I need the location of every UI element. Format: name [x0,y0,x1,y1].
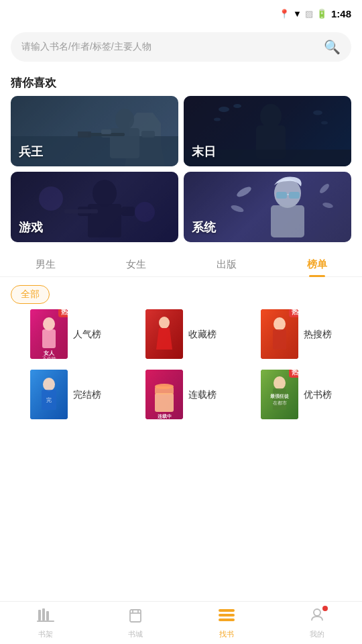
tab-female[interactable]: 女生 [113,253,160,276]
rank-inner-collect: 收藏榜 [145,309,217,359]
svg-point-12 [219,107,229,112]
rank-title-popular: 人气榜 [73,328,101,340]
nav-store[interactable]: 书城 [127,607,143,639]
svg-rect-63 [273,388,286,410]
main-content: 请输入书名/作者/标签/主要人物 🔍 猜你喜欢 [0,27,362,477]
rank-item-hotsearch[interactable]: 热 热搜榜 [241,309,351,359]
nav-find[interactable]: 找书 [217,607,236,639]
nav-shelf-label: 书架 [38,629,53,639]
svg-text:最强狂徒: 最强狂徒 [270,393,289,399]
svg-rect-48 [273,329,286,350]
svg-point-14 [214,118,221,121]
tabs: 男生 女生 出版 榜单 [0,248,362,277]
rank-item-finish[interactable]: 完 完结榜 [11,370,121,419]
rank-inner-good: 热 最强狂徒 在都市 [261,370,332,419]
rank-title-finish: 完结榜 [73,388,101,400]
store-icon [127,607,143,627]
rank-title-collect: 收藏榜 [188,328,217,340]
rank-item-popular[interactable]: 热 女人 不作晚 [11,309,121,359]
category-grid: 兵王 末日 [0,96,362,248]
svg-text:连载中: 连载中 [158,413,172,419]
wifi-icon: ▼ [293,9,302,19]
hot-badge-good: 热 [289,370,298,378]
tab-publish[interactable]: 出版 [203,253,250,276]
rank-item-serial[interactable]: 连载中 连载榜 [126,370,236,419]
rank-cover-finish: 完 [30,370,68,419]
svg-point-10 [260,104,282,128]
search-icon[interactable]: 🔍 [324,39,341,55]
nav-mine-badge [322,606,328,611]
svg-rect-29 [289,192,300,199]
svg-rect-75 [219,614,235,616]
svg-rect-8 [101,129,111,134]
recommend-section-title: 猜你喜欢 [0,67,362,96]
svg-rect-22 [121,207,135,216]
svg-rect-5 [141,131,155,138]
filter-all-button[interactable]: 全部 [11,285,50,304]
svg-point-2 [115,109,134,130]
rank-cover-serial: 连载中 [145,370,183,419]
bottom-nav: 书架 书城 找书 [0,601,362,644]
svg-point-51 [43,378,55,391]
rank-cover-good: 热 最强狂徒 在都市 [261,370,298,419]
tab-male[interactable]: 男生 [22,253,69,276]
svg-rect-67 [42,608,45,621]
svg-point-44 [159,317,170,329]
rank-title-good: 优书榜 [304,388,332,400]
rank-title-hotsearch: 热搜榜 [304,328,332,340]
category-label-youxi: 游戏 [19,219,43,235]
rank-inner-finish: 完 完结榜 [30,370,101,419]
rank-item-good[interactable]: 热 最强狂徒 在都市 [241,370,351,419]
tab-rank[interactable]: 榜单 [294,253,341,276]
svg-text:女人: 女人 [43,350,55,356]
svg-point-24 [39,186,63,211]
location-icon: 📍 [279,9,290,19]
filter-row: 全部 [0,277,362,309]
nav-find-label: 找书 [219,629,234,639]
category-label-xitong: 系统 [192,219,216,235]
rank-inner-popular: 热 女人 不作晚 [30,309,101,359]
rank-title-serial: 连载榜 [188,388,217,400]
svg-rect-69 [37,621,54,622]
category-item-youxi[interactable]: 游戏 [11,172,178,242]
rank-inner-hotsearch: 热 热搜榜 [261,309,332,359]
category-label-bingwang: 兵王 [19,144,43,160]
svg-rect-20 [88,204,121,237]
svg-point-58 [155,384,174,389]
signal-icon: ▨ [305,9,313,19]
svg-text:不作晚: 不作晚 [42,356,56,359]
svg-point-15 [313,111,322,115]
category-item-mori[interactable]: 末日 [184,96,351,166]
svg-rect-28 [276,192,287,199]
category-item-bingwang[interactable]: 兵王 [11,96,178,166]
hot-badge-hotsearch: 热 [289,309,298,317]
status-bar: 📍 ▼ ▨ 🔋 1:48 [0,0,362,27]
search-bar[interactable]: 请输入书名/作者/标签/主要人物 🔍 [11,32,351,62]
category-item-xitong[interactable]: 系统 [184,172,351,242]
svg-point-38 [43,317,55,331]
svg-rect-39 [42,329,56,348]
svg-point-25 [135,202,155,222]
nav-mine[interactable]: 我的 [309,607,325,639]
svg-point-16 [321,121,328,125]
rank-item-collect[interactable]: 收藏榜 [126,309,236,359]
find-icon [217,607,236,627]
svg-point-19 [93,180,117,207]
svg-text:在都市: 在都市 [273,400,287,405]
svg-rect-66 [38,610,41,621]
rank-cover-collect [145,309,183,359]
svg-rect-7 [78,131,91,138]
svg-rect-68 [46,611,49,621]
svg-rect-30 [287,194,289,195]
battery-icon: 🔋 [316,9,327,19]
svg-text:完: 完 [46,397,52,403]
rankings-container: 热 女人 不作晚 [0,309,362,430]
svg-rect-56 [155,393,174,412]
nav-shelf[interactable]: 书架 [37,607,54,639]
svg-rect-31 [271,205,304,237]
category-label-mori: 末日 [192,144,216,160]
svg-rect-76 [219,619,235,621]
svg-rect-74 [219,609,235,612]
rank-cover-popular: 热 女人 不作晚 [30,309,68,359]
search-container: 请输入书名/作者/标签/主要人物 🔍 [0,27,362,67]
